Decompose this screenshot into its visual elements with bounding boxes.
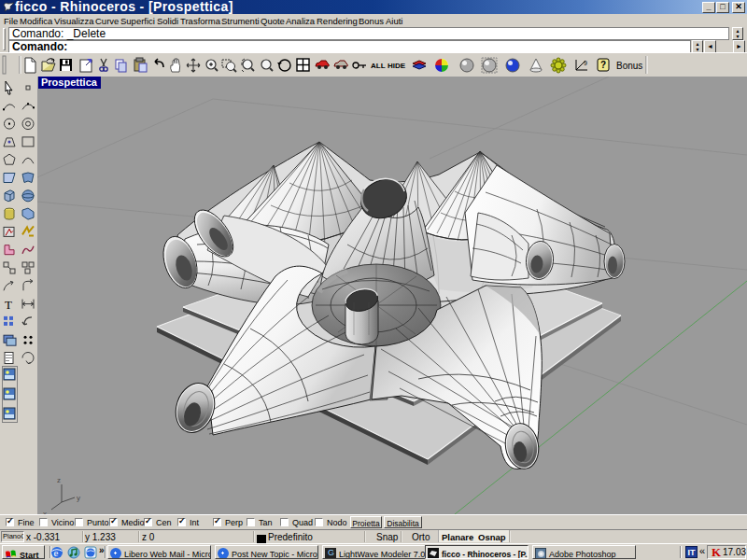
svg-text:e: e bbox=[54, 547, 59, 558]
svg-text:y: y bbox=[77, 494, 80, 502]
svg-text:ALL: ALL bbox=[371, 62, 386, 70]
svg-text:T: T bbox=[5, 298, 12, 312]
svg-text:?: ? bbox=[600, 60, 606, 70]
svg-text:z: z bbox=[57, 476, 61, 484]
svg-text:HIDE: HIDE bbox=[388, 62, 406, 70]
svg-text:9: 9 bbox=[584, 60, 587, 66]
svg-text:Bonus: Bonus bbox=[616, 61, 642, 71]
